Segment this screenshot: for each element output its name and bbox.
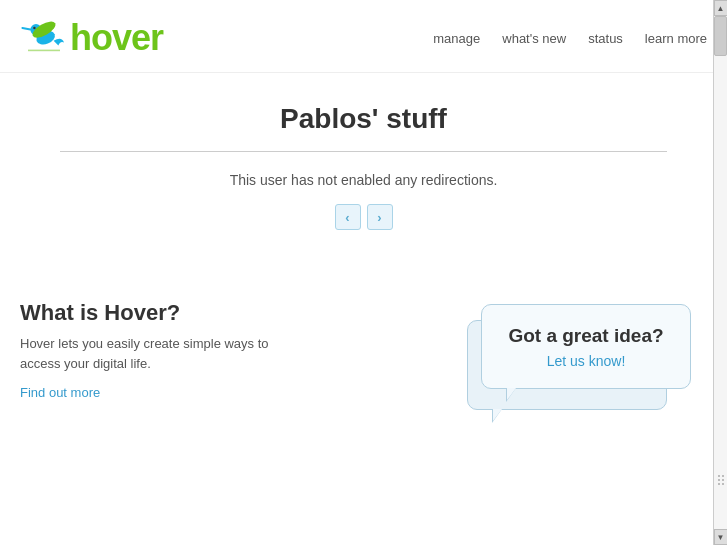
scroll-track[interactable] bbox=[714, 16, 727, 529]
let-us-know-link[interactable]: Let us know! bbox=[547, 353, 626, 369]
pagination: ‹ › bbox=[20, 204, 707, 230]
no-redirections-message: This user has not enabled any redirectio… bbox=[20, 172, 707, 188]
scroll-thumb[interactable] bbox=[714, 16, 727, 56]
what-is-hover-section: What is Hover? Hover lets you easily cre… bbox=[20, 300, 300, 401]
scroll-dot bbox=[718, 479, 720, 481]
bubble-title: Got a great idea? bbox=[508, 325, 663, 347]
scroll-dot bbox=[718, 483, 720, 485]
scrollbar[interactable]: ▲ ▼ bbox=[713, 0, 727, 545]
find-out-more-link[interactable]: Find out more bbox=[20, 385, 100, 400]
speech-bubbles-area: Got a great idea? Let us know! bbox=[447, 300, 707, 430]
scroll-down-arrow[interactable]: ▼ bbox=[714, 529, 728, 545]
page-title: Pablos' stuff bbox=[20, 103, 707, 135]
logo-text: hover bbox=[70, 20, 163, 56]
nav-status[interactable]: status bbox=[588, 31, 623, 46]
scroll-dots-row bbox=[718, 483, 724, 485]
main-content: Pablos' stuff This user has not enabled … bbox=[0, 73, 727, 290]
scroll-dot bbox=[722, 479, 724, 481]
logo-area: hover bbox=[20, 14, 163, 62]
scroll-dots-row bbox=[718, 479, 724, 481]
svg-point-4 bbox=[33, 27, 35, 29]
svg-line-2 bbox=[22, 28, 30, 30]
scroll-up-arrow[interactable]: ▲ bbox=[714, 0, 728, 16]
scroll-dot bbox=[722, 483, 724, 485]
speech-bubble-front: Got a great idea? Let us know! bbox=[481, 304, 691, 389]
scroll-dot bbox=[718, 475, 720, 477]
bottom-section: What is Hover? Hover lets you easily cre… bbox=[0, 290, 727, 450]
nav-manage[interactable]: manage bbox=[433, 31, 480, 46]
nav-learn-more[interactable]: learn more bbox=[645, 31, 707, 46]
prev-page-button[interactable]: ‹ bbox=[335, 204, 361, 230]
next-page-button[interactable]: › bbox=[367, 204, 393, 230]
header: hover manage what's new status learn mor… bbox=[0, 0, 727, 73]
nav-whats-new[interactable]: what's new bbox=[502, 31, 566, 46]
title-divider bbox=[60, 151, 667, 152]
scroll-dot bbox=[722, 475, 724, 477]
what-is-hover-title: What is Hover? bbox=[20, 300, 300, 326]
hover-description: Hover lets you easily create simple ways… bbox=[20, 334, 300, 373]
main-nav: manage what's new status learn more bbox=[433, 31, 707, 46]
hummingbird-logo-icon bbox=[20, 10, 68, 58]
scroll-dots-row bbox=[718, 475, 724, 477]
